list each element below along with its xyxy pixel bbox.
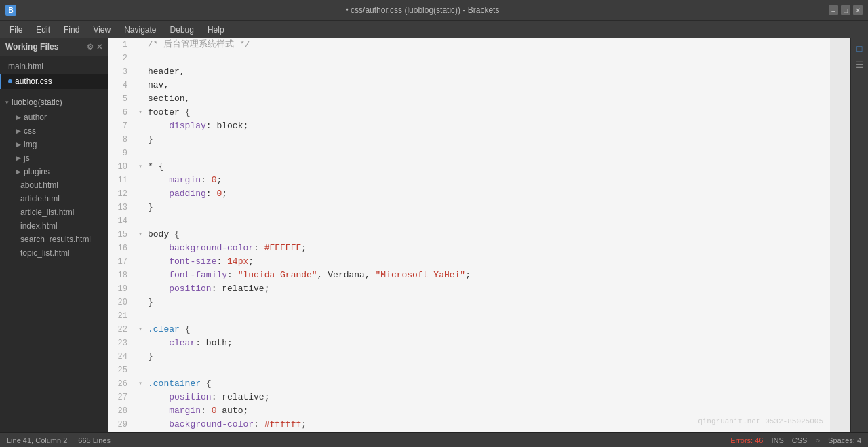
right-panel: □ ☰ [850, 38, 868, 432]
line-number: 22 [108, 323, 136, 336]
line-number: 4 [108, 79, 136, 92]
line-number: 7 [108, 119, 136, 133]
line-number: 1 [108, 38, 136, 52]
code-line-14: 14 [108, 214, 830, 228]
app-icon: B [5, 5, 16, 16]
code-line-20: 20 } [108, 296, 830, 309]
line-number: 18 [108, 269, 136, 282]
fold-gutter[interactable]: ▾ [136, 106, 145, 119]
code-line-5: 5 section, [108, 92, 830, 106]
line-content: background-color: #ffffff; [145, 418, 830, 431]
tree-folder-author[interactable]: ▶ author [11, 111, 108, 124]
line-content: display: block; [145, 119, 830, 133]
file-article-list-html[interactable]: article_list.html [11, 206, 108, 219]
line-number: 30 [108, 431, 136, 432]
title-bar-title: • css/author.css (luoblog(static)) - Bra… [16, 5, 829, 15]
settings-icon[interactable]: ⚙ [87, 43, 94, 52]
fold-gutter[interactable]: ▾ [136, 228, 145, 241]
line-number: 20 [108, 296, 136, 309]
title-bar-controls[interactable]: – □ ✕ [829, 5, 863, 15]
code-line-26: 26 ▾ .container { [108, 377, 830, 391]
line-content: } [145, 133, 830, 147]
code-line-15: 15 ▾ body { [108, 228, 830, 241]
tree-folder-plugins[interactable]: ▶ plugins [11, 165, 108, 178]
line-number: 27 [108, 391, 136, 404]
line-number: 3 [108, 65, 136, 79]
menu-file[interactable]: File [3, 24, 29, 36]
code-line-2: 2 [108, 52, 830, 65]
code-line-16: 16 background-color: #FFFFFF; [108, 241, 830, 255]
fold-gutter[interactable]: ▾ [136, 160, 145, 174]
line-content: margin: 0 auto; [145, 404, 830, 418]
folder-name: css [24, 126, 36, 136]
status-circle[interactable]: ○ [815, 436, 820, 444]
line-number: 8 [108, 133, 136, 147]
line-content: position: relative; [145, 391, 830, 404]
status-spaces[interactable]: Spaces: 4 [828, 436, 861, 444]
code-line-29: 29 background-color: #ffffff; [108, 418, 830, 431]
panel-icon-list[interactable]: ☰ [852, 57, 867, 72]
line-content: margin: 0; [145, 174, 830, 187]
file-index-html[interactable]: index.html [11, 219, 108, 233]
minimap[interactable] [830, 38, 850, 432]
line-number: 9 [108, 147, 136, 160]
menu-find[interactable]: Find [57, 24, 86, 36]
file-search-results-html[interactable]: search_results.html [11, 233, 108, 246]
line-content: } [145, 296, 830, 309]
line-number: 24 [108, 350, 136, 364]
maximize-button[interactable]: □ [841, 5, 850, 15]
working-files-label: Working Files [5, 42, 58, 52]
folder-arrow: ▶ [16, 141, 21, 148]
code-line-1: 1 /* 后台管理系统样式 */ [108, 38, 830, 52]
working-file-name: author.css [15, 77, 52, 86]
line-content: footer { [145, 106, 830, 119]
line-number: 21 [108, 309, 136, 323]
code-editor[interactable]: 1 /* 后台管理系统样式 */ 2 3 header, 4 nav, [108, 38, 830, 432]
code-line-23: 23 clear: both; [108, 336, 830, 350]
line-content: /* 后台管理系统样式 */ [145, 38, 830, 52]
project-root-arrow: ▾ [5, 99, 9, 106]
working-files-icons: ⚙ ✕ [87, 43, 102, 52]
working-file-main-html[interactable]: main.html [0, 59, 108, 74]
code-line-9: 9 [108, 147, 830, 160]
status-lang[interactable]: CSS [792, 436, 808, 444]
code-line-11: 11 margin: 0; [108, 174, 830, 187]
working-file-author-css[interactable]: author.css [0, 74, 108, 89]
file-topic-list-html[interactable]: topic_list.html [11, 246, 108, 260]
title-bar-left: B [5, 5, 16, 16]
panel-icon-graph[interactable]: □ [852, 41, 867, 56]
line-content: max-width: 1800px; [145, 431, 830, 432]
file-article-html[interactable]: article.html [11, 192, 108, 206]
tree-folder-js[interactable]: ▶ js [11, 151, 108, 165]
project-tree: ▾ luoblog(static) ▶ author ▶ css ▶ img ▶ [0, 94, 108, 260]
fold-gutter[interactable]: ▾ [136, 377, 145, 391]
menu-help[interactable]: Help [201, 24, 231, 36]
code-line-10: 10 ▾ * { [108, 160, 830, 174]
code-line-22: 22 ▾ .clear { [108, 323, 830, 336]
line-number: 26 [108, 377, 136, 391]
menu-navigate[interactable]: Navigate [117, 24, 163, 36]
tree-folder-css[interactable]: ▶ css [11, 124, 108, 138]
status-errors[interactable]: Errors: 46 [730, 436, 763, 444]
close-button[interactable]: ✕ [853, 5, 863, 15]
status-ins[interactable]: INS [771, 436, 783, 444]
minimize-button[interactable]: – [829, 5, 838, 15]
code-line-18: 18 font-family: "lucida Grande", Verdana… [108, 269, 830, 282]
menu-view[interactable]: View [86, 24, 117, 36]
close-all-icon[interactable]: ✕ [96, 43, 102, 52]
line-number: 10 [108, 160, 136, 174]
editor-area: 1 /* 后台管理系统样式 */ 2 3 header, 4 nav, [108, 38, 830, 432]
folder-arrow: ▶ [16, 114, 21, 121]
menu-debug[interactable]: Debug [163, 24, 201, 36]
file-about-html[interactable]: about.html [11, 178, 108, 192]
code-line-13: 13 } [108, 201, 830, 214]
folder-name: plugins [24, 167, 50, 176]
fold-gutter[interactable]: ▾ [136, 323, 145, 336]
line-number: 16 [108, 241, 136, 255]
status-bar: Line 41, Column 2 665 Lines Errors: 46 I… [0, 432, 868, 447]
line-content: .container { [145, 377, 830, 391]
project-root[interactable]: ▾ luoblog(static) [0, 94, 108, 111]
tree-folder-img[interactable]: ▶ img [11, 138, 108, 151]
menu-edit[interactable]: Edit [29, 24, 57, 36]
line-number: 25 [108, 364, 136, 377]
